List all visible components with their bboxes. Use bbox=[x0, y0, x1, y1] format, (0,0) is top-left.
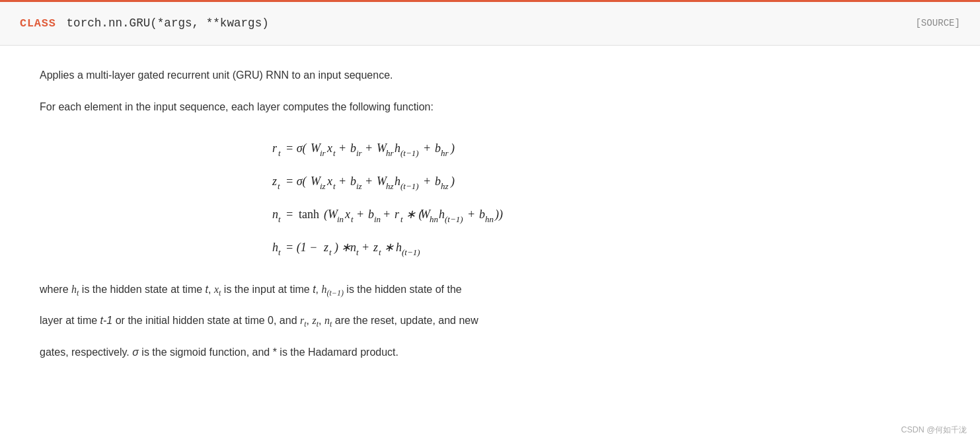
svg-text:= σ(: = σ( bbox=[285, 175, 307, 188]
svg-text:+: + bbox=[365, 175, 373, 188]
svg-text:hz: hz bbox=[441, 181, 449, 191]
svg-text:+: + bbox=[338, 142, 346, 155]
svg-text:+: + bbox=[365, 142, 373, 155]
svg-text:+: + bbox=[467, 208, 475, 221]
svg-text:t: t bbox=[329, 247, 332, 257]
content-body: Applies a multi-layer gated recurrent un… bbox=[0, 46, 980, 399]
svg-text:= (1 −: = (1 − bbox=[285, 241, 317, 255]
svg-text:t: t bbox=[351, 214, 354, 224]
svg-text:h: h bbox=[396, 241, 402, 254]
svg-text:h: h bbox=[395, 142, 400, 155]
svg-text:): ) bbox=[450, 142, 455, 155]
svg-text:x: x bbox=[344, 208, 350, 221]
description-1: Applies a multi-layer gated recurrent un… bbox=[40, 67, 940, 84]
svg-text:b: b bbox=[350, 142, 356, 155]
svg-text:+: + bbox=[423, 175, 431, 188]
svg-text:b: b bbox=[435, 175, 441, 188]
svg-text:r: r bbox=[272, 142, 278, 155]
svg-text:t: t bbox=[333, 181, 336, 191]
svg-text:n: n bbox=[272, 208, 278, 221]
svg-text:in: in bbox=[337, 214, 344, 224]
svg-text:in: in bbox=[374, 214, 381, 224]
svg-text:h: h bbox=[272, 241, 278, 254]
svg-text:hr: hr bbox=[386, 148, 395, 158]
svg-text:(t−1): (t−1) bbox=[445, 214, 463, 224]
svg-text:n: n bbox=[350, 241, 356, 254]
class-header: CLASS torch.nn.GRU(*args, **kwargs) [SOU… bbox=[0, 0, 980, 46]
description-3: where ht is the hidden state at time t, … bbox=[40, 280, 940, 300]
math-ht: ht bbox=[71, 284, 79, 295]
svg-text:ir: ir bbox=[356, 148, 363, 158]
description-4: layer at time t-1 or the initial hidden … bbox=[40, 311, 940, 331]
footer-note: CSDN @何如千泷 bbox=[901, 424, 967, 437]
svg-text:(t−1): (t−1) bbox=[402, 247, 420, 257]
description-2: For each element in the input sequence, … bbox=[40, 99, 940, 116]
svg-text:t: t bbox=[278, 214, 281, 224]
svg-text:t: t bbox=[278, 148, 281, 158]
svg-text:z: z bbox=[272, 175, 277, 188]
svg-text:x: x bbox=[326, 175, 332, 188]
svg-text:iz: iz bbox=[320, 181, 326, 191]
svg-text:b: b bbox=[479, 208, 485, 221]
svg-text:tanh: tanh bbox=[299, 208, 319, 221]
math-equations-svg: text { font-family: "Times New Roman", T… bbox=[259, 132, 722, 264]
math-equations-block: text { font-family: "Times New Roman", T… bbox=[40, 132, 940, 264]
svg-text:t: t bbox=[278, 181, 280, 191]
svg-text:hr: hr bbox=[441, 148, 449, 158]
svg-text:t: t bbox=[333, 148, 336, 158]
svg-text:t: t bbox=[356, 247, 359, 257]
svg-text:+: + bbox=[383, 208, 391, 221]
svg-text:) ∗: ) ∗ bbox=[334, 241, 352, 255]
svg-text:+: + bbox=[338, 175, 346, 188]
svg-text:= σ(: = σ( bbox=[285, 142, 307, 155]
svg-text:r: r bbox=[395, 208, 400, 221]
svg-text:hn: hn bbox=[485, 214, 494, 224]
svg-text:b: b bbox=[368, 208, 374, 221]
svg-text:iz: iz bbox=[356, 181, 362, 191]
svg-text:(t−1): (t−1) bbox=[400, 181, 419, 191]
source-link[interactable]: [SOURCE] bbox=[915, 16, 960, 31]
svg-text:=: = bbox=[285, 208, 293, 221]
svg-text:)): )) bbox=[494, 208, 503, 222]
description-5: gates, respectively. σ is the sigmoid fu… bbox=[40, 343, 940, 361]
svg-text:(t−1): (t−1) bbox=[400, 148, 419, 158]
svg-text:z: z bbox=[323, 241, 328, 254]
svg-text:hz: hz bbox=[386, 181, 394, 191]
svg-text:hn: hn bbox=[430, 214, 438, 224]
svg-text:ir: ir bbox=[320, 148, 326, 158]
svg-text:+: + bbox=[356, 208, 364, 221]
svg-text:h: h bbox=[439, 208, 445, 221]
svg-text:+: + bbox=[423, 142, 431, 155]
svg-text:z: z bbox=[373, 241, 378, 254]
svg-text:x: x bbox=[326, 142, 332, 155]
svg-text:b: b bbox=[435, 142, 441, 155]
class-label: CLASS bbox=[20, 15, 56, 33]
svg-text:t: t bbox=[278, 247, 281, 257]
svg-text:t: t bbox=[400, 214, 403, 224]
svg-text:h: h bbox=[395, 175, 400, 188]
class-signature: torch.nn.GRU(*args, **kwargs) bbox=[67, 14, 269, 32]
svg-text:b: b bbox=[350, 175, 356, 188]
class-header-left: CLASS torch.nn.GRU(*args, **kwargs) bbox=[20, 14, 269, 33]
svg-text:+: + bbox=[361, 241, 369, 254]
svg-text:t: t bbox=[379, 247, 381, 257]
svg-text:∗: ∗ bbox=[384, 241, 394, 254]
svg-text:): ) bbox=[450, 175, 455, 188]
